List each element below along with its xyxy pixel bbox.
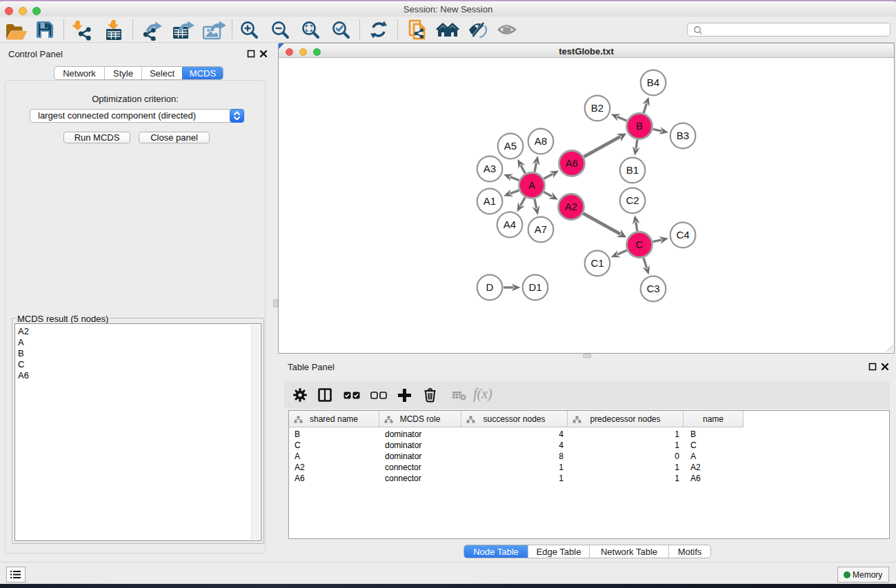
svg-text:C2: C2	[626, 194, 639, 206]
svg-text:B2: B2	[591, 102, 604, 114]
svg-text:C1: C1	[590, 257, 604, 269]
svg-text:C4: C4	[676, 229, 689, 241]
svg-text:A: A	[528, 179, 535, 191]
svg-text:A6: A6	[566, 157, 578, 169]
svg-text:A1: A1	[484, 195, 496, 207]
svg-text:B4: B4	[647, 77, 659, 88]
svg-text:B: B	[636, 120, 643, 132]
svg-text:C3: C3	[646, 283, 659, 294]
svg-text:A4: A4	[504, 219, 516, 230]
svg-text:C: C	[636, 239, 644, 250]
svg-text:A8: A8	[535, 135, 547, 147]
svg-text:A2: A2	[565, 201, 577, 212]
svg-text:B3: B3	[677, 130, 689, 141]
svg-text:A5: A5	[504, 140, 517, 152]
svg-text:B1: B1	[626, 164, 639, 176]
svg-text:f(x): f(x)	[473, 387, 492, 402]
svg-text:D: D	[486, 281, 494, 293]
svg-text:D1: D1	[528, 281, 541, 293]
svg-text:A7: A7	[535, 223, 547, 235]
svg-text:A3: A3	[484, 163, 496, 174]
